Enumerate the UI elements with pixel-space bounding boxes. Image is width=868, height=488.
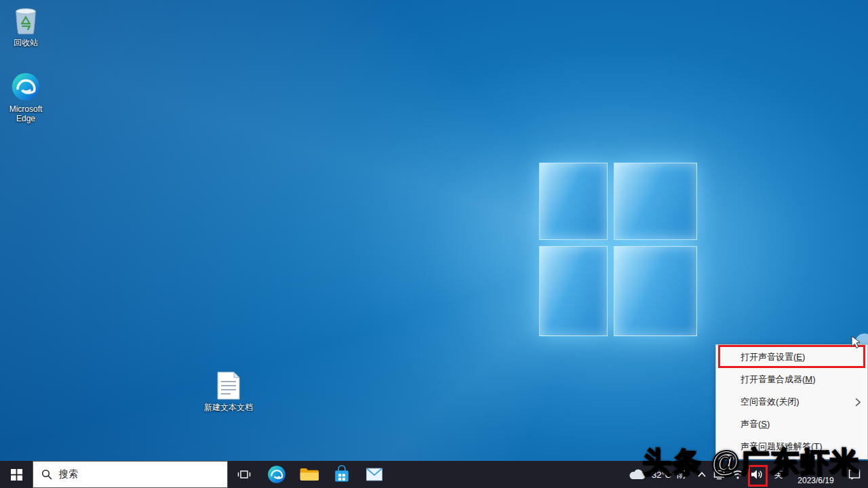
new-text-document-label: 新建文本文档 — [204, 403, 253, 412]
chevron-up-icon — [697, 471, 707, 478]
wallpaper-windows-logo — [539, 163, 697, 336]
label-pre: 声音问题疑难解答( — [741, 441, 814, 451]
hidden-icons-button[interactable] — [694, 461, 710, 488]
file-explorer-icon — [300, 466, 319, 483]
action-center-button[interactable] — [841, 461, 868, 488]
label-post: ) — [802, 352, 805, 362]
menu-item-label: 声音问题疑难解答(T) — [741, 441, 823, 453]
taskbar-clock[interactable]: 2023/6/19 — [791, 461, 841, 488]
edge-icon — [267, 465, 286, 484]
menu-item-open-sound-settings[interactable]: 打开声音设置(E) — [716, 346, 867, 369]
taskbar-empty-area — [391, 461, 620, 488]
logo-pane-bottom-right — [614, 246, 697, 336]
desktop[interactable]: 回收站 Microsoft Edge 新建文本文档 — [0, 0, 868, 488]
access-key: S — [761, 419, 767, 429]
action-center-icon — [848, 469, 861, 481]
menu-item-open-volume-mixer[interactable]: 打开音量合成器(M) — [716, 369, 867, 391]
menu-item-label: 空间音效(关闭) — [741, 396, 800, 408]
search-placeholder: 搜索 — [59, 468, 78, 481]
edge-label: Microsoft Edge — [0, 104, 52, 124]
volume-button[interactable] — [747, 461, 766, 488]
label-post: ) — [812, 374, 815, 384]
sound-context-menu: 打开声音设置(E) 打开音量合成器(M) 空间音效(关闭) 声音(S) 声音问题… — [715, 344, 868, 460]
edge-icon — [11, 72, 41, 102]
tray-display-button[interactable] — [710, 461, 728, 488]
task-view-icon — [237, 468, 251, 481]
recycle-bin-icon — [12, 5, 40, 35]
microsoft-store-icon — [333, 465, 351, 484]
taskbar-mail-button[interactable] — [358, 461, 391, 488]
logo-pane-top-right — [614, 163, 697, 240]
label-pre: 打开声音设置( — [741, 352, 796, 362]
taskbar-edge-button[interactable] — [260, 461, 293, 488]
access-key: E — [796, 352, 802, 362]
ime-indicator[interactable]: 英 — [766, 461, 791, 488]
task-view-button[interactable] — [228, 461, 260, 488]
ime-label: 英 — [770, 468, 787, 481]
weather-temp: 32°C — [652, 470, 671, 480]
menu-item-label: 声音(S) — [741, 418, 770, 430]
weather-cloud-icon — [629, 468, 646, 481]
start-button[interactable] — [0, 461, 33, 488]
label-pre: 打开音量合成器( — [741, 374, 805, 384]
menu-item-troubleshoot-sound[interactable]: 声音问题疑难解答(T) — [716, 435, 867, 458]
speaker-icon — [751, 469, 763, 480]
recycle-bin-label: 回收站 — [14, 38, 38, 47]
wifi-icon — [732, 470, 744, 479]
weather-widget[interactable]: 32°C 阴 — [620, 461, 694, 488]
mail-icon — [366, 467, 383, 482]
label-pre: 空间音效(关闭) — [741, 396, 800, 407]
windows-start-icon — [11, 469, 22, 481]
desktop-icon-new-text-document[interactable]: 新建文本文档 — [203, 371, 254, 412]
text-document-icon — [217, 371, 240, 400]
label-post: ) — [767, 419, 770, 429]
taskbar-store-button[interactable] — [326, 461, 358, 488]
menu-item-label: 打开声音设置(E) — [741, 351, 805, 363]
submenu-chevron-icon — [855, 398, 861, 407]
logo-pane-top-left — [539, 163, 608, 240]
menu-item-label: 打开音量合成器(M) — [741, 373, 816, 386]
network-button[interactable] — [728, 461, 747, 488]
label-post: ) — [819, 441, 822, 451]
weather-condition: 阴 — [677, 468, 686, 481]
menu-item-sounds[interactable]: 声音(S) — [716, 413, 867, 435]
desktop-icon-recycle-bin[interactable]: 回收站 — [0, 5, 52, 47]
menu-item-spatial-sound[interactable]: 空间音效(关闭) — [716, 391, 867, 413]
access-key: M — [805, 374, 812, 384]
taskbar: 搜索 — [0, 461, 868, 488]
logo-pane-bottom-left — [539, 246, 608, 336]
taskbar-search-input[interactable]: 搜索 — [33, 461, 228, 488]
label-pre: 声音( — [741, 419, 761, 429]
system-tray: 32°C 阴 — [620, 461, 868, 488]
clock-date: 2023/6/19 — [797, 476, 833, 485]
display-icon — [713, 470, 725, 480]
desktop-icon-edge[interactable]: Microsoft Edge — [0, 72, 52, 124]
search-icon — [41, 469, 52, 480]
taskbar-file-explorer-button[interactable] — [293, 461, 326, 488]
